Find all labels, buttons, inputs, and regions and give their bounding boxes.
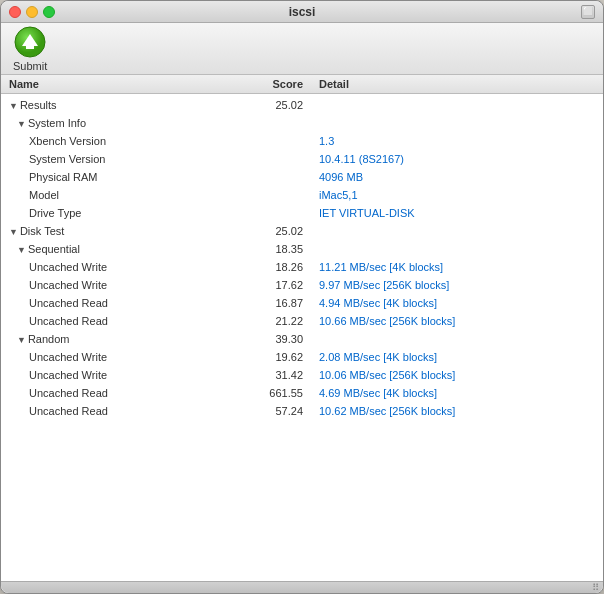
table-row: ModeliMac5,1 bbox=[1, 186, 603, 204]
table-row: Uncached Read661.554.69 MB/sec [4K block… bbox=[1, 384, 603, 402]
table-row: Physical RAM4096 MB bbox=[1, 168, 603, 186]
table-row: Uncached Read21.2210.66 MB/sec [256K blo… bbox=[1, 312, 603, 330]
row-name-text: Uncached Read bbox=[29, 405, 108, 417]
table-header: Name Score Detail bbox=[1, 75, 603, 94]
row-name-text: Results bbox=[20, 99, 57, 111]
row-detail-system-version: 10.4.11 (8S2167) bbox=[311, 153, 603, 165]
row-score-seq-uncached-read-1: 16.87 bbox=[241, 297, 311, 309]
svg-rect-2 bbox=[26, 46, 34, 49]
triangle-icon: ▼ bbox=[9, 101, 18, 111]
submit-label: Submit bbox=[13, 60, 47, 72]
toolbar: Submit bbox=[1, 23, 603, 75]
row-name-xbench-version: Xbench Version bbox=[1, 135, 241, 147]
row-name-drive-type: Drive Type bbox=[1, 207, 241, 219]
triangle-icon: ▼ bbox=[17, 335, 26, 345]
row-score-random: 39.30 bbox=[241, 333, 311, 345]
row-score-seq-uncached-write-1: 18.26 bbox=[241, 261, 311, 273]
resize-grip-icon: ⠿ bbox=[592, 582, 599, 593]
row-name-seq-uncached-read-1: Uncached Read bbox=[1, 297, 241, 309]
header-name: Name bbox=[1, 78, 241, 90]
row-name-rnd-uncached-read-2: Uncached Read bbox=[1, 405, 241, 417]
row-detail-rnd-uncached-read-2: 10.62 MB/sec [256K blocks] bbox=[311, 405, 603, 417]
row-name-text: System Info bbox=[28, 117, 86, 129]
header-score: Score bbox=[241, 78, 311, 90]
row-detail-rnd-uncached-write-2: 10.06 MB/sec [256K blocks] bbox=[311, 369, 603, 381]
row-name-seq-uncached-write-1: Uncached Write bbox=[1, 261, 241, 273]
row-name-text: Drive Type bbox=[29, 207, 81, 219]
submit-icon bbox=[14, 26, 46, 58]
row-name-text: Model bbox=[29, 189, 59, 201]
table-row: Uncached Write31.4210.06 MB/sec [256K bl… bbox=[1, 366, 603, 384]
row-score-results: 25.02 bbox=[241, 99, 311, 111]
row-name-text: Uncached Read bbox=[29, 387, 108, 399]
row-score-disk-test: 25.02 bbox=[241, 225, 311, 237]
row-score-rnd-uncached-write-1: 19.62 bbox=[241, 351, 311, 363]
row-detail-rnd-uncached-write-1: 2.08 MB/sec [4K blocks] bbox=[311, 351, 603, 363]
row-name-seq-uncached-write-2: Uncached Write bbox=[1, 279, 241, 291]
row-detail-seq-uncached-write-2: 9.97 MB/sec [256K blocks] bbox=[311, 279, 603, 291]
row-name-text: Uncached Write bbox=[29, 279, 107, 291]
row-name-system-info: ▼System Info bbox=[1, 117, 241, 129]
row-name-text: Sequential bbox=[28, 243, 80, 255]
row-score-sequential: 18.35 bbox=[241, 243, 311, 255]
row-name-disk-test: ▼Disk Test bbox=[1, 225, 241, 237]
row-name-sequential: ▼Sequential bbox=[1, 243, 241, 255]
row-detail-seq-uncached-read-1: 4.94 MB/sec [4K blocks] bbox=[311, 297, 603, 309]
table-row: Uncached Read57.2410.62 MB/sec [256K blo… bbox=[1, 402, 603, 420]
header-detail: Detail bbox=[311, 78, 603, 90]
row-name-rnd-uncached-write-1: Uncached Write bbox=[1, 351, 241, 363]
maximize-button[interactable] bbox=[43, 6, 55, 18]
row-name-text: Uncached Write bbox=[29, 261, 107, 273]
row-name-text: Uncached Read bbox=[29, 297, 108, 309]
table-row: ▼Disk Test25.02 bbox=[1, 222, 603, 240]
content-area: Name Score Detail ▼Results25.02▼System I… bbox=[1, 75, 603, 581]
row-detail-rnd-uncached-read-1: 4.69 MB/sec [4K blocks] bbox=[311, 387, 603, 399]
row-name-text: System Version bbox=[29, 153, 105, 165]
traffic-lights bbox=[9, 6, 55, 18]
close-button[interactable] bbox=[9, 6, 21, 18]
row-detail-seq-uncached-read-2: 10.66 MB/sec [256K blocks] bbox=[311, 315, 603, 327]
row-detail-physical-ram: 4096 MB bbox=[311, 171, 603, 183]
table-row: Uncached Read16.874.94 MB/sec [4K blocks… bbox=[1, 294, 603, 312]
row-name-text: Uncached Write bbox=[29, 351, 107, 363]
table-row: Drive TypeIET VIRTUAL-DISK bbox=[1, 204, 603, 222]
row-name-system-version: System Version bbox=[1, 153, 241, 165]
row-detail-xbench-version: 1.3 bbox=[311, 135, 603, 147]
triangle-icon: ▼ bbox=[17, 119, 26, 129]
row-detail-drive-type: IET VIRTUAL-DISK bbox=[311, 207, 603, 219]
table-row: Uncached Write18.2611.21 MB/sec [4K bloc… bbox=[1, 258, 603, 276]
row-score-seq-uncached-write-2: 17.62 bbox=[241, 279, 311, 291]
table-row: System Version10.4.11 (8S2167) bbox=[1, 150, 603, 168]
row-name-text: Uncached Write bbox=[29, 369, 107, 381]
row-detail-model: iMac5,1 bbox=[311, 189, 603, 201]
row-detail-seq-uncached-write-1: 11.21 MB/sec [4K blocks] bbox=[311, 261, 603, 273]
row-name-text: Xbench Version bbox=[29, 135, 106, 147]
row-name-random: ▼Random bbox=[1, 333, 241, 345]
window-title: iscsi bbox=[289, 5, 316, 19]
row-score-rnd-uncached-read-2: 57.24 bbox=[241, 405, 311, 417]
triangle-icon: ▼ bbox=[9, 227, 18, 237]
table-row: ▼Random39.30 bbox=[1, 330, 603, 348]
table-row: Uncached Write19.622.08 MB/sec [4K block… bbox=[1, 348, 603, 366]
row-name-results: ▼Results bbox=[1, 99, 241, 111]
window: iscsi ⬜ Submit Name Scor bbox=[0, 0, 604, 594]
row-name-rnd-uncached-write-2: Uncached Write bbox=[1, 369, 241, 381]
row-score-rnd-uncached-read-1: 661.55 bbox=[241, 387, 311, 399]
table-row: ▼Sequential18.35 bbox=[1, 240, 603, 258]
row-name-text: Disk Test bbox=[20, 225, 64, 237]
table-body: ▼Results25.02▼System InfoXbench Version1… bbox=[1, 94, 603, 581]
resize-handle[interactable]: ⠿ bbox=[1, 581, 603, 593]
row-name-seq-uncached-read-2: Uncached Read bbox=[1, 315, 241, 327]
triangle-icon: ▼ bbox=[17, 245, 26, 255]
minimize-button[interactable] bbox=[26, 6, 38, 18]
window-zoom-icon[interactable]: ⬜ bbox=[581, 5, 595, 19]
row-name-text: Physical RAM bbox=[29, 171, 97, 183]
titlebar: iscsi ⬜ bbox=[1, 1, 603, 23]
table-row: ▼Results25.02 bbox=[1, 96, 603, 114]
row-name-model: Model bbox=[1, 189, 241, 201]
row-name-rnd-uncached-read-1: Uncached Read bbox=[1, 387, 241, 399]
row-name-text: Random bbox=[28, 333, 70, 345]
submit-button[interactable]: Submit bbox=[13, 26, 47, 72]
table-row: Uncached Write17.629.97 MB/sec [256K blo… bbox=[1, 276, 603, 294]
row-name-physical-ram: Physical RAM bbox=[1, 171, 241, 183]
